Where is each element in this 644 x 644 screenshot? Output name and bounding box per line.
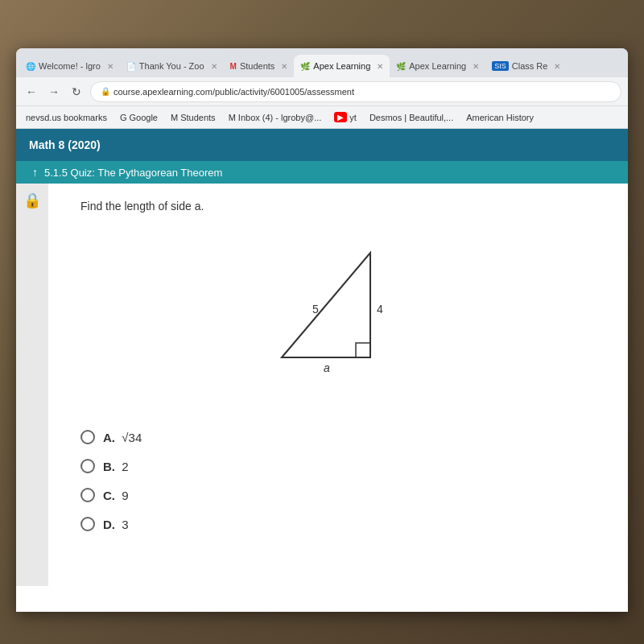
svg-text:a: a <box>324 361 330 374</box>
quiz-question-area: Find the length of side a. 5 4 <box>48 184 628 422</box>
apex-header: Math 8 (2020) <box>16 129 628 161</box>
sidebar-lock-icon: 🔒 <box>23 192 41 209</box>
tab-apex-2[interactable]: 🌿 Apex Learning ✕ <box>390 55 485 77</box>
answer-choices: A. √34 B. 2 C. 9 <box>48 422 628 554</box>
back-button[interactable]: ← <box>23 83 40 101</box>
tab-bar: 🌐 Welcome! - lgro ✕ 📄 Thank You - Zoo ✕ … <box>16 48 628 77</box>
lock-icon: 🔒 <box>101 87 110 96</box>
quiz-arrow-icon: ↑ <box>32 166 38 179</box>
triangle-svg: 5 4 a <box>258 229 419 374</box>
answer-d-label: D. 3 <box>103 518 129 531</box>
forward-button[interactable]: → <box>45 83 63 101</box>
bookmarks-bar: nevsd.us bookmarks G Google M Students M… <box>16 106 628 129</box>
tab-apex-2-close[interactable]: ✕ <box>473 62 479 71</box>
svg-text:5: 5 <box>312 303 319 316</box>
address-input[interactable]: 🔒 course.apexlearning.com/public/activit… <box>90 81 621 102</box>
quiz-section-header: ↑ 5.1.5 Quiz: The Pythagorean Theorem <box>16 161 628 184</box>
url-text: course.apexlearning.com/public/activity/… <box>114 87 354 97</box>
tab-apex-1-close[interactable]: ✕ <box>377 62 383 71</box>
page-content: Math 8 (2020) ↑ 5.1.5 Quiz: The Pythagor… <box>16 129 628 612</box>
content-with-sidebar: 🔒 Find the length of side a. <box>16 184 628 586</box>
tab-class-close[interactable]: ✕ <box>554 62 560 71</box>
tab-apex-1-icon: 🌿 <box>300 62 310 71</box>
answer-b-label: B. 2 <box>103 460 129 473</box>
quiz-section-title: 5.1.5 Quiz: The Pythagorean Theorem <box>44 167 222 179</box>
apex-sidebar: 🔒 <box>16 184 48 586</box>
bookmark-nevsd[interactable]: nevsd.us bookmarks <box>23 111 110 124</box>
svg-text:4: 4 <box>377 303 383 316</box>
tab-students[interactable]: M Students ✕ <box>224 55 295 77</box>
tab-students-close[interactable]: ✕ <box>281 62 287 71</box>
tab-class-icon: SIS <box>492 61 509 71</box>
main-quiz-area: Find the length of side a. 5 4 <box>48 184 628 586</box>
bookmark-desmos[interactable]: Desmos | Beautiful,... <box>366 111 456 124</box>
tab-students-icon: M <box>230 62 237 71</box>
tab-thank-you-close[interactable]: ✕ <box>211 62 217 71</box>
tab-thank-you[interactable]: 📄 Thank You - Zoo ✕ <box>120 55 224 77</box>
tab-class[interactable]: SIS Class Re ✕ <box>485 55 567 77</box>
address-bar-row: ← → ↻ 🔒 course.apexlearning.com/public/a… <box>16 77 628 106</box>
radio-a[interactable] <box>80 430 95 444</box>
tab-thank-you-icon: 📄 <box>126 62 136 71</box>
bookmark-google[interactable]: G Google <box>117 111 161 124</box>
radio-b[interactable] <box>80 459 95 473</box>
quiz-instruction: Find the length of side a. <box>80 200 596 213</box>
answer-a-label: A. √34 <box>103 431 142 444</box>
triangle-diagram: 5 4 a <box>80 229 596 374</box>
tab-welcome[interactable]: 🌐 Welcome! - lgro ✕ <box>19 55 120 77</box>
answer-choice-a[interactable]: A. √34 <box>80 430 596 444</box>
answer-choice-c[interactable]: C. 9 <box>80 488 596 502</box>
answer-c-label: C. 9 <box>103 489 129 502</box>
answer-choice-b[interactable]: B. 2 <box>80 459 596 473</box>
refresh-button[interactable]: ↻ <box>68 83 85 101</box>
answer-choice-d[interactable]: D. 3 <box>80 517 596 531</box>
tab-apex-1[interactable]: 🌿 Apex Learning ✕ <box>294 55 390 77</box>
radio-c[interactable] <box>80 488 95 502</box>
tab-welcome-icon: 🌐 <box>26 62 35 71</box>
bookmark-american-history[interactable]: American History <box>463 111 537 124</box>
svg-marker-0 <box>282 253 370 357</box>
tab-welcome-close[interactable]: ✕ <box>107 62 114 71</box>
bookmark-yt[interactable]: ▶ yt <box>331 110 360 124</box>
bookmark-students[interactable]: M Students <box>167 111 219 124</box>
bookmark-inbox[interactable]: M Inbox (4) - lgroby@... <box>225 111 325 124</box>
radio-d[interactable] <box>80 517 95 531</box>
browser-window: 🌐 Welcome! - lgro ✕ 📄 Thank You - Zoo ✕ … <box>16 48 628 612</box>
apex-course-title: Math 8 (2020) <box>29 138 101 151</box>
tab-apex-2-icon: 🌿 <box>396 62 406 71</box>
